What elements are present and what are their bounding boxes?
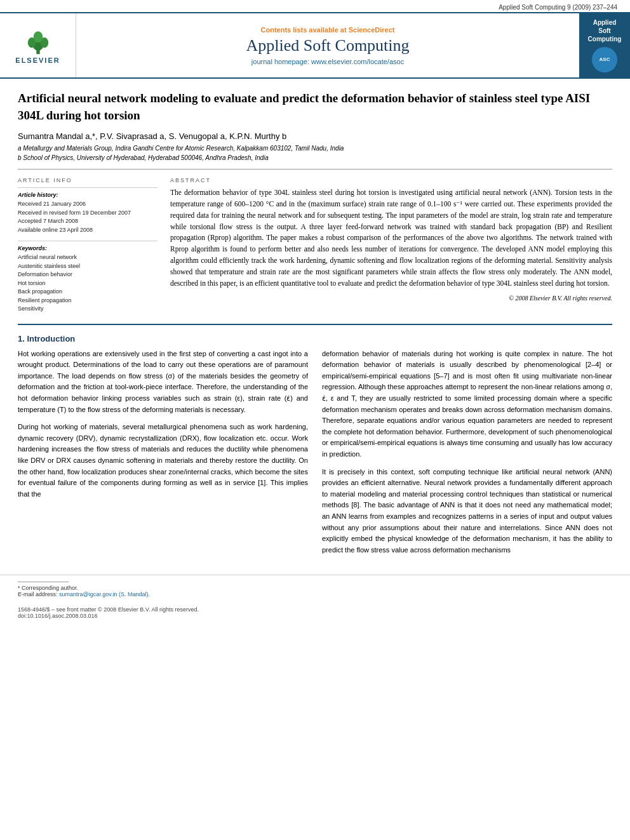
elsevier-tree-icon — [22, 27, 54, 55]
svg-point-4 — [33, 31, 42, 43]
article-history: Article history: Received 21 January 200… — [18, 187, 158, 234]
section1-num: 1. — [18, 334, 25, 343]
badge-circle-inner: ASC — [600, 57, 610, 63]
affiliation-b: b School of Physics, University of Hyder… — [18, 154, 612, 161]
body-para-2: During hot working of materials, several… — [18, 422, 308, 500]
accepted-date: Accepted 7 March 2008 — [18, 217, 158, 226]
article-title: Artificial neural network modeling to ev… — [18, 90, 612, 124]
keyword-item: Artificial neural network — [18, 253, 158, 262]
badge-title: AppliedSoftComputing — [588, 18, 622, 43]
sciencedirect-link: Contents lists available at ScienceDirec… — [261, 26, 395, 34]
keywords-box: Keywords: Artificial neural networkAuste… — [18, 241, 158, 314]
page-footer: 1568-4946/$ – see front matter © 2008 El… — [0, 603, 630, 623]
abstract-text: The deformation behavior of type 304L st… — [170, 187, 612, 303]
keyword-item: Back propagation — [18, 288, 158, 297]
revised-date: Received in revised form 19 December 200… — [18, 209, 158, 218]
email-label: E-mail address: — [18, 591, 58, 597]
elsevier-logo: ELSEVIER — [15, 27, 60, 64]
keyword-item: Sensitivity — [18, 305, 158, 314]
section1-heading: 1. Introduction — [18, 334, 612, 343]
abstract-box: The deformation behavior of type 304L st… — [170, 187, 612, 303]
elsevier-logo-box: ELSEVIER — [0, 13, 76, 77]
journal-badge: AppliedSoftComputing ASC — [579, 13, 630, 77]
journal-homepage: journal homepage: www.elsevier.com/locat… — [251, 58, 404, 65]
authors-text: Sumantra Mandal a,*, P.V. Sivaprasad a, … — [18, 131, 286, 141]
sciencedirect-name[interactable]: ScienceDirect — [349, 26, 395, 34]
divider-1 — [18, 169, 612, 170]
received-date: Received 21 January 2006 — [18, 200, 158, 209]
footnote-rule — [18, 582, 69, 582]
keyword-item: Hot torsion — [18, 279, 158, 288]
keywords-list: Artificial neural networkAustenitic stai… — [18, 253, 158, 314]
meta-bar: Applied Soft Computing 9 (2009) 237–244 — [0, 0, 630, 12]
footnote-email: E-mail address: sumantra@igcar.gov.in (S… — [18, 591, 612, 597]
email-address[interactable]: sumantra@igcar.gov.in (S. Mandal). — [59, 591, 150, 597]
section1-title: Introduction — [27, 334, 75, 343]
abstract-paragraph: The deformation behavior of type 304L st… — [170, 187, 612, 289]
keyword-item: Resilient propagation — [18, 297, 158, 305]
article-info-abstract: ARTICLE INFO Article history: Received 2… — [18, 177, 612, 314]
badge-circle: ASC — [592, 47, 617, 72]
doi-line: doi:10.1016/j.asoc.2008.03.016 — [18, 613, 612, 619]
journal-header: ELSEVIER Contents lists available at Sci… — [0, 12, 630, 79]
article-info-label: ARTICLE INFO — [18, 177, 158, 183]
abstract-label: ABSTRACT — [170, 177, 612, 183]
article-content: Artificial neural network modeling to ev… — [0, 79, 630, 575]
keyword-item: Deformation behavior — [18, 270, 158, 279]
body-para-right-1: deformation behavior of materials during… — [322, 349, 612, 460]
footnote-star: * Corresponding author. — [18, 585, 612, 591]
elsevier-text: ELSEVIER — [15, 57, 60, 64]
affiliation-a: a Metallurgy and Materials Group, Indira… — [18, 145, 612, 152]
body-col-right: deformation behavior of materials during… — [322, 349, 612, 563]
available-date: Available online 23 April 2008 — [18, 226, 158, 235]
page: Applied Soft Computing 9 (2009) 237–244 … — [0, 0, 630, 840]
history-label: Article history: — [18, 192, 158, 198]
body-columns: Hot working operations are extensively u… — [18, 349, 612, 563]
article-info-col: ARTICLE INFO Article history: Received 2… — [18, 177, 158, 314]
journal-ref: Applied Soft Computing 9 (2009) 237–244 — [499, 4, 617, 11]
issn-line: 1568-4946/$ – see front matter © 2008 El… — [18, 606, 612, 613]
homepage-url[interactable]: www.elsevier.com/locate/asoc — [311, 58, 404, 65]
journal-title: Applied Soft Computing — [246, 36, 409, 55]
body-divider — [18, 324, 612, 325]
copyright: © 2008 Elsevier B.V. All rights reserved… — [170, 293, 612, 303]
footer-area: * Corresponding author. E-mail address: … — [0, 575, 630, 603]
body-para-right-2: It is precisely in this context, soft co… — [322, 467, 612, 556]
keyword-item: Austenitic stainless steel — [18, 262, 158, 271]
keywords-title: Keywords: — [18, 245, 158, 251]
journal-center: Contents lists available at ScienceDirec… — [76, 13, 579, 77]
authors: Sumantra Mandal a,*, P.V. Sivaprasad a, … — [18, 131, 612, 141]
body-para-1: Hot working operations are extensively u… — [18, 349, 308, 416]
body-col-left: Hot working operations are extensively u… — [18, 349, 308, 563]
abstract-col: ABSTRACT The deformation behavior of typ… — [170, 177, 612, 314]
